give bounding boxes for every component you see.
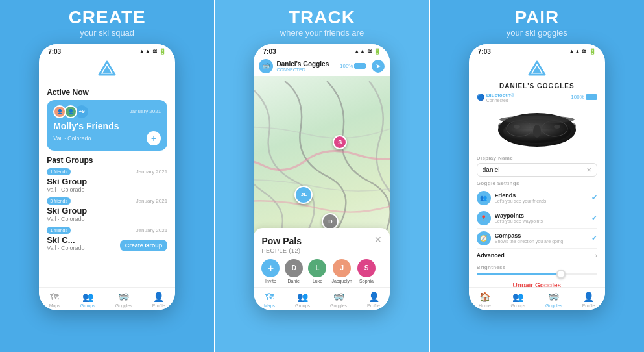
person-daniel[interactable]: D Daniel: [285, 259, 303, 283]
bt-info: Bluetooth® Connected: [486, 92, 514, 103]
nav-groups-label-pair: Groups: [510, 303, 525, 308]
brightness-label: Brightness: [477, 264, 597, 270]
maps-icon: 🗺: [50, 292, 59, 302]
nav-groups-label-track: Groups: [295, 303, 310, 308]
track-status-icons: ▲▲ ≋ 🔋: [354, 48, 381, 55]
past-group-name-3: Ski C...: [47, 235, 84, 245]
waypoints-settings-text: Waypoints Let's you see waypoints: [495, 212, 591, 223]
active-group-name: Molly's Friends: [53, 121, 161, 131]
location-button[interactable]: ➤: [372, 60, 385, 73]
nav-maps-track[interactable]: 🗺 Maps: [264, 292, 275, 308]
past-group-2[interactable]: 3 friends January 2021 Ski Group Vail · …: [47, 197, 167, 222]
goggle-name-header: DANIEL'S GOGGLES: [477, 82, 597, 90]
track-panel: TRACK where your friends are 7:03 ▲▲ ≋ 🔋…: [215, 0, 429, 352]
unpair-button[interactable]: Unpair Goggles: [477, 279, 597, 287]
create-subheading: your ski squad: [80, 28, 134, 38]
friends-settings-icon: 👥: [477, 191, 491, 205]
goggle-image-container: [477, 105, 597, 150]
brightness-thumb[interactable]: [556, 270, 566, 279]
pair-logo-icon: [528, 59, 546, 77]
past-group-loc-3: Vail · Colorado: [47, 245, 84, 251]
profile-icon-track: 👤: [368, 292, 379, 302]
popup-title: Pow Pals: [261, 236, 301, 246]
settings-waypoints[interactable]: 📍 Waypoints Let's you see waypoints ✔: [477, 208, 597, 229]
nav-goggles-label-pair: Goggles: [545, 303, 562, 308]
friends-settings-name: Friends: [495, 192, 591, 199]
create-status-bar: 7:03 ▲▲ ≋ 🔋: [39, 44, 175, 57]
compass-settings-name: Compass: [495, 233, 591, 239]
battery-rect: [354, 63, 366, 69]
nav-profile-pair[interactable]: 👤 Profile: [582, 292, 595, 308]
nav-groups-track[interactable]: 👥 Groups: [295, 292, 310, 308]
past-date-2: January 2021: [136, 198, 167, 204]
display-name-input[interactable]: daniel ✕: [477, 163, 597, 177]
display-name-label: Display Name: [477, 155, 597, 161]
settings-advanced[interactable]: Advanced ›: [477, 249, 597, 262]
svg-point-9: [514, 125, 520, 129]
create-group-button[interactable]: Create Group: [120, 240, 168, 251]
svg-point-12: [499, 116, 575, 123]
bluetooth-label: Bluetooth®: [486, 92, 514, 98]
pair-status-icons: ▲▲ ≋ 🔋: [569, 48, 596, 55]
person-jacquelyn[interactable]: J Jacquelyn: [331, 259, 352, 283]
past-group-3[interactable]: 1 friends January 2021 Ski C... Vail · C…: [47, 227, 167, 251]
groups-icon-track: 👥: [297, 292, 308, 302]
nav-groups-pair[interactable]: 👥 Groups: [510, 292, 525, 308]
invite-label: Invite: [265, 279, 276, 283]
nav-goggles-create[interactable]: 🥽 Goggles: [115, 292, 132, 308]
create-screen: Active Now 👤 👤 +9 January 2021 Molly's F…: [39, 84, 175, 287]
home-icon-pair: 🏠: [479, 292, 490, 302]
waypoints-settings-desc: Let's you see waypoints: [495, 219, 591, 223]
nav-home-pair[interactable]: 🏠 Home: [479, 292, 491, 308]
create-status-icons: ▲▲ ≋ 🔋: [139, 48, 166, 55]
active-group-card[interactable]: 👤 👤 +9 January 2021 Molly's Friends Vail…: [47, 100, 167, 151]
people-row: + Invite D Daniel L Luke J Jacquelyn: [261, 259, 382, 283]
pair-logo: [469, 57, 605, 82]
nav-groups-create[interactable]: 👥 Groups: [80, 292, 95, 308]
nav-profile-label-track: Profile: [367, 303, 380, 308]
brightness-fill: [477, 273, 561, 275]
nav-goggles-pair[interactable]: 🥽 Goggles: [545, 292, 562, 308]
pair-battery-rect: [586, 94, 597, 100]
create-bottom-nav: 🗺 Maps 👥 Groups 🥽 Goggles 👤 Profile: [39, 287, 175, 310]
person-invite[interactable]: + Invite: [261, 259, 280, 283]
past-group-loc-1: Vail · Colorado: [47, 186, 167, 193]
waypoints-check-icon: ✔: [591, 214, 597, 222]
pair-subheading: your ski goggles: [507, 28, 567, 38]
settings-compass[interactable]: 🧭 Compass Shows the direction you are go…: [477, 229, 597, 249]
create-heading: CREATE: [69, 8, 146, 28]
nav-profile-label: Profile: [152, 303, 165, 308]
pair-heading: PAIR: [514, 8, 559, 28]
active-group-date: January 2021: [130, 108, 161, 114]
invite-avatar[interactable]: +: [261, 259, 280, 277]
popup-close-button[interactable]: ✕: [374, 234, 382, 245]
friends-badge-1: 1 friends: [47, 168, 71, 175]
goggles-icon-pair: 🥽: [548, 292, 559, 302]
settings-friends[interactable]: 👥 Friends Let's you see your friends ✔: [477, 188, 597, 208]
goggle-status-track: CONNECTED: [276, 68, 329, 72]
map-area[interactable]: S JL D Pow Pals ✕ PEOPLE (12) + Invite D…: [254, 76, 390, 287]
avatar-2: 👤: [64, 105, 77, 118]
friends-badge-3: 1 friends: [47, 227, 71, 234]
sophia-label: Sophia: [359, 279, 374, 283]
pair-body: DANIEL'S GOGGLES 🔵 Bluetooth® Connected …: [469, 82, 605, 287]
add-member-button[interactable]: +: [147, 131, 161, 145]
nav-profile-label-pair: Profile: [582, 303, 595, 308]
nav-goggles-track[interactable]: 🥽 Goggles: [330, 292, 347, 308]
track-time: 7:03: [263, 48, 276, 55]
pair-bottom-nav: 🏠 Home 👥 Groups 🥽 Goggles 👤 Profile: [469, 287, 605, 310]
compass-settings-icon: 🧭: [477, 231, 491, 245]
nav-maps-create[interactable]: 🗺 Maps: [49, 292, 60, 308]
person-sophia[interactable]: S Sophia: [357, 259, 376, 283]
luke-label: Luke: [313, 279, 322, 283]
clear-input-button[interactable]: ✕: [586, 166, 591, 173]
compass-settings-text: Compass Shows the direction you are goin…: [495, 233, 591, 244]
past-group-1[interactable]: 1 friends January 2021 Ski Group Vail · …: [47, 168, 167, 193]
nav-profile-create[interactable]: 👤 Profile: [152, 292, 165, 308]
avatar-1: 👤: [53, 105, 66, 118]
popup-card[interactable]: Pow Pals ✕ PEOPLE (12) + Invite D Daniel…: [254, 228, 390, 287]
nav-profile-track[interactable]: 👤 Profile: [367, 292, 380, 308]
past-group-name-1: Ski Group: [47, 177, 167, 186]
brightness-track[interactable]: [477, 273, 597, 275]
person-luke[interactable]: L Luke: [308, 259, 326, 283]
